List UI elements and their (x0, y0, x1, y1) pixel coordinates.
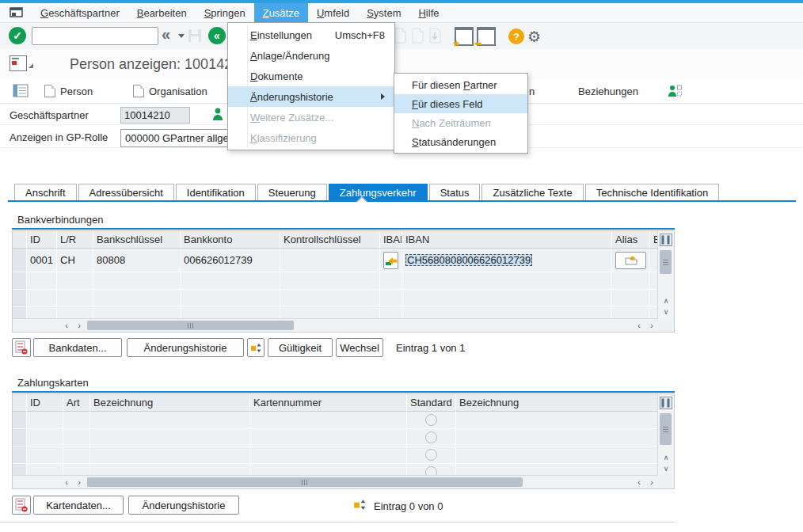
table-cell[interactable] (380, 290, 402, 307)
table-cell[interactable] (456, 412, 658, 429)
vscroll-thumb[interactable] (660, 413, 672, 445)
table-cell[interactable] (612, 307, 650, 319)
column-header-bankkonto[interactable]: Bankkonto (181, 231, 280, 249)
tab-zusätzliche-texte[interactable]: Zusätzliche Texte (481, 184, 583, 201)
table-cell[interactable]: 0001 (27, 249, 57, 272)
scroll-up-icon[interactable]: ∧ (660, 452, 672, 463)
new-session-icon[interactable]: ★ (455, 27, 474, 46)
table-cell[interactable] (27, 290, 57, 307)
menu-item-änderungshistorie[interactable]: Änderungshistorie (228, 86, 394, 107)
wechsel-button[interactable]: Wechsel (336, 338, 383, 357)
occluded-button-label[interactable]: n (529, 79, 535, 103)
bank-aenderungshistorie-button[interactable]: Änderungshistorie (127, 338, 244, 357)
table-cell[interactable] (456, 464, 658, 476)
table-cell[interactable] (90, 412, 250, 429)
tab-zahlungsverkehr[interactable]: Zahlungsverkehr (329, 184, 428, 201)
locator-icon[interactable] (13, 84, 29, 100)
column-header-bankschlüssel[interactable]: Bankschlüssel (93, 231, 181, 249)
row-selector-cell[interactable] (13, 429, 27, 446)
chevron-down-icon[interactable] (178, 34, 185, 38)
menubar-item-springen[interactable]: Springen (196, 3, 254, 22)
table-cell[interactable] (250, 412, 407, 429)
system-menu-icon[interactable] (10, 7, 24, 18)
delete-card-row-button[interactable] (12, 496, 31, 515)
help-icon[interactable]: ? (508, 28, 524, 44)
table-cell[interactable] (63, 464, 90, 476)
scroll-right-icon[interactable]: › (73, 320, 86, 331)
row-selector-cell[interactable] (13, 412, 27, 429)
menu-item-statusänderungen[interactable]: Statusänderungen (394, 132, 527, 151)
alias-button[interactable] (615, 252, 646, 269)
menu-item-dokumente[interactable]: Dokumente (228, 66, 394, 86)
row-selector-cell[interactable] (13, 249, 27, 272)
title-dropdown-icon[interactable] (29, 63, 33, 68)
column-header-bezeichnung[interactable]: Bezeichnung (456, 394, 658, 412)
tab-technische-identifikation[interactable]: Technische Identifikation (585, 184, 720, 201)
table-cell[interactable] (402, 307, 612, 319)
card-vertical-scrollbar[interactable]: ∧ ∨ (657, 394, 674, 476)
column-header-id[interactable]: ID (27, 231, 57, 249)
table-cell[interactable] (63, 446, 90, 464)
table-cell[interactable] (93, 290, 181, 307)
vscroll-thumb[interactable] (660, 250, 672, 274)
menu-item-für-diesen-partner[interactable]: Für diesen Partner (394, 75, 527, 94)
menu-item-anlage-änderung[interactable]: Anlage/Änderung (228, 45, 394, 66)
relationships-icon[interactable] (667, 84, 683, 101)
scroll-left-icon[interactable]: ‹ (60, 320, 73, 331)
table-cell[interactable] (90, 446, 250, 464)
row-selector-cell[interactable] (13, 290, 27, 307)
table-cell[interactable] (27, 412, 63, 429)
column-header-standard[interactable]: Standard (407, 394, 456, 412)
table-cell[interactable]: 006626012739 (181, 249, 280, 272)
table-cell[interactable] (380, 249, 402, 272)
column-header-alias[interactable]: Alias (612, 231, 650, 249)
table-cell[interactable] (612, 272, 650, 290)
tab-status[interactable]: Status (429, 184, 481, 201)
table-cell[interactable] (407, 429, 456, 446)
menubar-item-hilfe[interactable]: Hilfe (409, 3, 447, 22)
menu-item-weitere-zusätze[interactable]: Weitere Zusätze... (228, 107, 394, 127)
customize-layout-icon[interactable]: ⚙ (527, 29, 541, 44)
menu-item-nach-zeiträumen[interactable]: Nach Zeiträumen (394, 113, 527, 132)
tab-identifikation[interactable]: Identifikation (176, 184, 256, 201)
column-header-art[interactable]: Art (63, 394, 90, 412)
column-header-selector[interactable] (13, 394, 27, 412)
table-cell[interactable] (407, 464, 456, 476)
menubar-item-umfeld[interactable]: Umfeld (308, 3, 358, 22)
table-cell[interactable] (612, 290, 650, 307)
download-document-icon[interactable] (428, 28, 442, 46)
menubar-item-zusätze[interactable]: Zusätze (254, 3, 308, 22)
organisation-button[interactable]: Organisation (133, 79, 207, 103)
menubar-item-geschäftspartner[interactable]: Geschäftspartner (32, 3, 128, 22)
gueltigkeit-button[interactable]: Gültigkeit (268, 338, 333, 357)
table-cell[interactable] (90, 429, 250, 446)
column-header-selector[interactable] (13, 231, 27, 249)
delete-bank-row-button[interactable] (12, 338, 31, 357)
row-selector-cell[interactable] (13, 272, 27, 290)
column-header-kartennummer[interactable]: Kartennummer (250, 394, 407, 412)
table-cell[interactable] (27, 464, 63, 476)
gui-status-icon[interactable] (10, 55, 27, 71)
table-cell[interactable] (407, 412, 456, 429)
table-cell[interactable] (280, 249, 380, 272)
table-cell[interactable]: CH5680808006626012739 (402, 249, 612, 272)
scroll-right-icon[interactable]: › (73, 477, 86, 488)
find-document-icon[interactable] (410, 28, 424, 46)
column-header-kontrollschlüssel[interactable]: Kontrollschlüssel (280, 231, 380, 249)
table-cell[interactable]: CH (57, 249, 93, 272)
scroll-left-icon[interactable]: ‹ (633, 320, 645, 331)
table-cell[interactable] (63, 429, 90, 446)
table-cell[interactable] (27, 272, 57, 290)
scroll-left-icon[interactable]: ‹ (60, 477, 73, 488)
person-button[interactable]: Person (44, 79, 93, 103)
table-cell[interactable] (280, 272, 380, 290)
column-header-bezeichnung[interactable]: Bezeichnung (90, 394, 250, 412)
scroll-down-icon[interactable]: ∨ (660, 306, 672, 317)
bankdaten-button[interactable]: Bankdaten... (33, 338, 122, 357)
kartendaten-button[interactable]: Kartendaten... (33, 496, 124, 515)
table-cell[interactable] (181, 307, 280, 319)
iban-value-selected[interactable]: CH5680808006626012739 (405, 254, 532, 266)
row-selector-cell[interactable] (13, 446, 27, 464)
create-shortcut-icon[interactable]: ➥ (477, 27, 496, 46)
table-cell[interactable] (57, 290, 93, 307)
